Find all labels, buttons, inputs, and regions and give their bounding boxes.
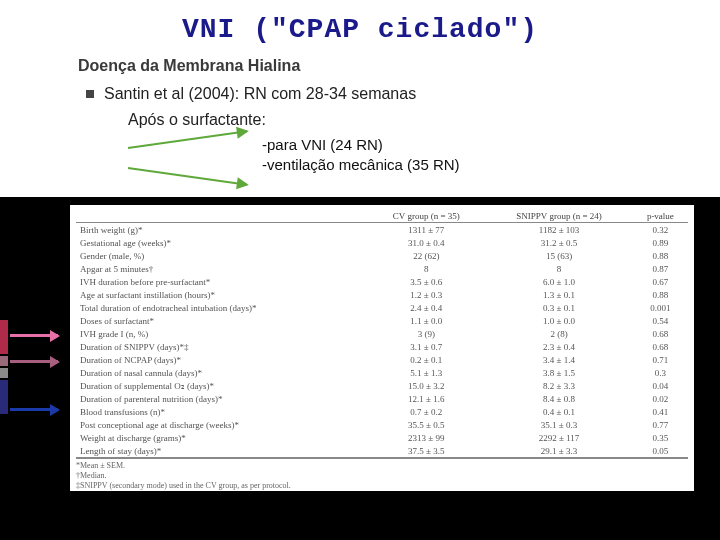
arrow-down-icon [128,167,247,186]
table-cell: 31.2 ± 0.5 [485,236,632,249]
table-row: Length of stay (days)*37.5 ± 3.529.1 ± 3… [76,444,688,458]
table-cell: 0.32 [633,223,688,237]
table-cell: 3.1 ± 0.7 [367,340,485,353]
table-cell: Post conceptional age at discharge (week… [76,418,367,431]
table-cell: 0.77 [633,418,688,431]
footnote-line: †Median. [76,471,688,481]
table-cell: 8.2 ± 3.3 [485,379,632,392]
table-cell: 31.0 ± 0.4 [367,236,485,249]
table-cell: Weight at discharge (grams)* [76,431,367,444]
table-row: Doses of surfactant*1.1 ± 0.01.0 ± 0.00.… [76,314,688,327]
highlight-arrow-icon [10,408,58,411]
table-cell: Duration of parenteral nutrition (days)* [76,392,367,405]
table-cell: 0.02 [633,392,688,405]
table-cell: 0.001 [633,301,688,314]
sub-bullet: Após o surfactante: [0,109,720,135]
table-cell: 29.1 ± 3.3 [485,444,632,458]
table-cell: 0.35 [633,431,688,444]
table-cell: 1.2 ± 0.3 [367,288,485,301]
section-heading: Doença da Membrana Hialina [0,53,720,83]
table-row: Post conceptional age at discharge (week… [76,418,688,431]
table-row: Duration of nasal cannula (days)*5.1 ± 1… [76,366,688,379]
table-cell: 0.68 [633,327,688,340]
table-cell: 8 [367,262,485,275]
table-cell: 3.8 ± 1.5 [485,366,632,379]
table-cell: 3.4 ± 1.4 [485,353,632,366]
table-cell: 35.5 ± 0.5 [367,418,485,431]
table-cell: Doses of surfactant* [76,314,367,327]
table-cell: 35.1 ± 0.3 [485,418,632,431]
table-cell: 2292 ± 117 [485,431,632,444]
table-cell: Age at surfactant instillation (hours)* [76,288,367,301]
table-cell: 1.1 ± 0.0 [367,314,485,327]
branch-arrows: -para VNI (24 RN) -ventilação mecânica (… [0,135,720,189]
table-cell: 37.5 ± 3.5 [367,444,485,458]
table-cell: 0.87 [633,262,688,275]
table-row: IVH grade I (n, %)3 (9)2 (8)0.68 [76,327,688,340]
table-row: Blood transfusions (n)*0.7 ± 0.20.4 ± 0.… [76,405,688,418]
arrow-label-2: -ventilação mecânica (35 RN) [262,155,460,175]
results-table-image: CV group (n = 35)SNIPPV group (n = 24)p-… [70,205,694,491]
table-cell: Duration of SNIPPV (days)*‡ [76,340,367,353]
table-cell: 15 (63) [485,249,632,262]
bullet-square-icon [86,90,94,98]
table-cell: IVH duration before pre-surfactant* [76,275,367,288]
table-cell: Gender (male, %) [76,249,367,262]
table-row: Total duration of endotracheal intubatio… [76,301,688,314]
table-cell: 0.41 [633,405,688,418]
slide-side-decoration [0,320,8,416]
table-cell: 2.4 ± 0.4 [367,301,485,314]
table-row: IVH duration before pre-surfactant*3.5 ±… [76,275,688,288]
table-cell: 0.68 [633,340,688,353]
table-cell: 0.67 [633,275,688,288]
table-cell: Total duration of endotracheal intubatio… [76,301,367,314]
table-header-cell: p-value [633,209,688,223]
table-cell: 0.3 [633,366,688,379]
table-cell: 2 (8) [485,327,632,340]
table-header-cell [76,209,367,223]
table-cell: Duration of supplemental O₂ (days)* [76,379,367,392]
table-cell: 0.71 [633,353,688,366]
highlight-arrow-icon [10,360,58,363]
footnote-line: ‡SNIPPV (secondary mode) used in the CV … [76,481,688,491]
table-cell: Gestational age (weeks)* [76,236,367,249]
table-cell: 22 (62) [367,249,485,262]
table-cell: IVH grade I (n, %) [76,327,367,340]
table-footnotes: *Mean ± SEM.†Median.‡SNIPPV (secondary m… [76,458,688,491]
table-cell: 8 [485,262,632,275]
table-cell: Apgar at 5 minutes† [76,262,367,275]
table-cell: 12.1 ± 1.6 [367,392,485,405]
table-row: Gender (male, %)22 (62)15 (63)0.88 [76,249,688,262]
table-cell: 0.88 [633,249,688,262]
table-cell: Duration of nasal cannula (days)* [76,366,367,379]
table-cell: 0.04 [633,379,688,392]
table-cell: Duration of NCPAP (days)* [76,353,367,366]
table-cell: 0.7 ± 0.2 [367,405,485,418]
bullet-item: Santin et al (2004): RN com 28-34 semana… [0,83,720,109]
table-cell: 6.0 ± 1.0 [485,275,632,288]
table-cell: 0.2 ± 0.1 [367,353,485,366]
table-cell: 0.3 ± 0.1 [485,301,632,314]
table-row: Birth weight (g)*1311 ± 771182 ± 1030.32 [76,223,688,237]
table-row: Duration of supplemental O₂ (days)*15.0 … [76,379,688,392]
table-cell: Blood transfusions (n)* [76,405,367,418]
table-cell: 3.5 ± 0.6 [367,275,485,288]
table-row: Duration of parenteral nutrition (days)*… [76,392,688,405]
table-row: Gestational age (weeks)*31.0 ± 0.431.2 ±… [76,236,688,249]
table-cell: 5.1 ± 1.3 [367,366,485,379]
table-cell: Length of stay (days)* [76,444,367,458]
table-cell: 1.0 ± 0.0 [485,314,632,327]
highlight-arrow-icon [10,334,58,337]
table-cell: 0.4 ± 0.1 [485,405,632,418]
table-cell: 0.54 [633,314,688,327]
table-cell: 8.4 ± 0.8 [485,392,632,405]
table-row: Duration of SNIPPV (days)*‡3.1 ± 0.72.3 … [76,340,688,353]
table-cell: 15.0 ± 3.2 [367,379,485,392]
table-header-cell: SNIPPV group (n = 24) [485,209,632,223]
table-row: Weight at discharge (grams)*2313 ± 99229… [76,431,688,444]
table-cell: 0.89 [633,236,688,249]
table-cell: 1311 ± 77 [367,223,485,237]
table-header-cell: CV group (n = 35) [367,209,485,223]
table-row: Duration of NCPAP (days)*0.2 ± 0.13.4 ± … [76,353,688,366]
slide-title: VNI ("CPAP ciclado") [0,0,720,53]
